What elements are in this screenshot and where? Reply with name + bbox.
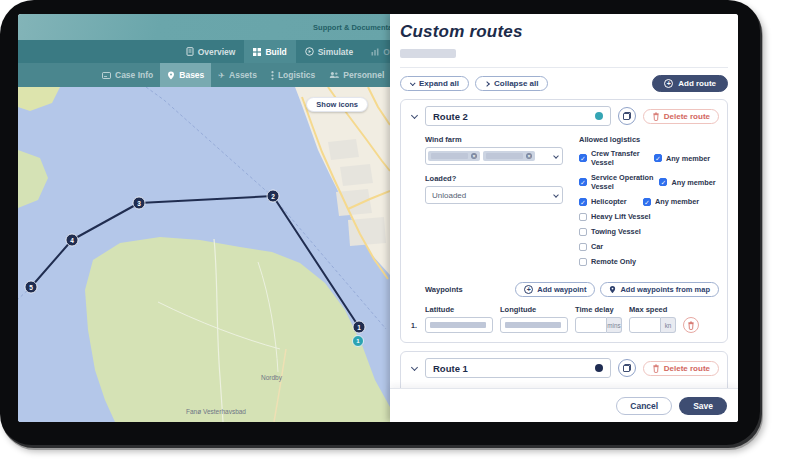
loaded-select[interactable]: Unloaded xyxy=(425,186,563,204)
latitude-input[interactable] xyxy=(425,317,493,333)
map-waypoint-4[interactable]: 4 xyxy=(66,234,78,246)
tab-simulate[interactable]: Simulate xyxy=(296,40,362,63)
time-delay-input[interactable] xyxy=(575,317,607,333)
duplicate-route-button[interactable] xyxy=(618,359,636,377)
remove-chip-icon[interactable] xyxy=(526,153,532,159)
subtab-label: Assets xyxy=(229,70,257,80)
tab-label: Build xyxy=(265,47,286,57)
svg-text:1: 1 xyxy=(357,324,361,331)
delete-route-button[interactable]: Delete route xyxy=(643,109,719,124)
support-link[interactable]: Support & Documentation xyxy=(313,23,390,32)
plane-icon: ✈ xyxy=(218,71,225,80)
logistics-row: Helicopter Any member xyxy=(579,197,719,206)
loaded-label: Loaded? xyxy=(425,174,563,183)
subtab-assets[interactable]: ✈ Assets xyxy=(211,63,264,87)
latitude-header: Latitude xyxy=(425,305,500,314)
plus-circle-icon xyxy=(664,79,673,88)
cancel-button[interactable]: Cancel xyxy=(616,397,672,415)
logistics-row: Towing Vessel xyxy=(579,227,719,236)
wind-farm-select[interactable] xyxy=(425,147,563,165)
waypoints-header: Waypoints Add waypoint Add waypoints fro… xyxy=(409,282,719,297)
plus-circle-icon xyxy=(524,285,533,294)
delete-waypoint-button[interactable] xyxy=(683,317,699,333)
chevron-down-icon xyxy=(553,192,559,198)
any-member-label: Any member xyxy=(666,154,710,163)
trash-icon xyxy=(652,364,660,373)
logistics-row: Heavy Lift Vessel xyxy=(579,212,719,221)
people-icon xyxy=(329,71,339,79)
redacted-chip-value xyxy=(486,153,523,159)
add-waypoints-from-map-button[interactable]: Add waypoints from map xyxy=(600,282,719,297)
redacted-chip-value xyxy=(431,153,468,159)
save-button[interactable]: Save xyxy=(679,397,727,415)
delete-route-button[interactable]: Delete route xyxy=(643,361,719,376)
add-route-button[interactable]: Add route xyxy=(652,75,728,92)
checkbox-crew-transfer-vessel[interactable] xyxy=(579,154,587,162)
subtab-personnel[interactable]: Personnel xyxy=(322,63,390,87)
map[interactable]: 1 1 2 3 xyxy=(18,87,390,422)
tab-build[interactable]: Build xyxy=(244,40,295,63)
chevron-down-icon xyxy=(410,80,416,86)
collapse-route-icon[interactable] xyxy=(411,111,418,118)
route-name-input[interactable]: Route 1 xyxy=(425,358,611,378)
checkbox-car[interactable] xyxy=(579,243,587,251)
checkbox-helicopter[interactable] xyxy=(579,198,587,206)
any-member-label: Any member xyxy=(671,178,715,187)
app-screen: Support & Documentation Overview Build xyxy=(18,14,738,422)
svg-text:4: 4 xyxy=(70,237,74,244)
trash-icon xyxy=(652,112,660,121)
waypoint-row: 1. mins kn xyxy=(409,317,719,333)
page: Support & Documentation Overview Build xyxy=(0,0,790,462)
remove-chip-icon[interactable] xyxy=(471,153,477,159)
show-icons-button[interactable]: Show icons xyxy=(306,97,368,112)
checkbox-any-member[interactable] xyxy=(654,154,662,162)
duplicate-route-button[interactable] xyxy=(618,107,636,125)
document-icon xyxy=(186,47,194,56)
map-waypoint-3[interactable]: 3 xyxy=(133,197,145,209)
loaded-value: Unloaded xyxy=(428,191,466,200)
tab-label: Output xyxy=(383,47,390,57)
tablet-bezel: Support & Documentation Overview Build xyxy=(0,0,762,448)
subtab-logistics[interactable]: Logistics xyxy=(264,63,322,87)
subtab-bases[interactable]: Bases xyxy=(160,63,211,87)
collapse-route-icon[interactable] xyxy=(411,363,418,370)
any-member-group: Any member xyxy=(654,154,719,163)
top-utility-bar: Support & Documentation xyxy=(18,14,390,40)
time-delay-header: Time delay xyxy=(575,305,629,314)
panel-footer: Cancel Save xyxy=(390,388,738,422)
max-speed-input[interactable] xyxy=(629,317,661,333)
card-icon xyxy=(102,72,111,79)
map-waypoint-5[interactable]: 5 xyxy=(25,281,37,293)
checkbox-remote-only[interactable] xyxy=(579,258,587,266)
map-base-marker[interactable]: 1 xyxy=(353,336,364,347)
checkbox-towing-vessel[interactable] xyxy=(579,228,587,236)
checkbox-label: Car xyxy=(591,242,603,251)
subtab-label: Logistics xyxy=(278,70,315,80)
tab-label: Simulate xyxy=(318,47,353,57)
checkbox-service-operation-vessel[interactable] xyxy=(579,178,587,186)
map-waypoint-2[interactable]: 2 xyxy=(267,190,279,202)
longitude-input[interactable] xyxy=(500,317,568,333)
subtab-case-info[interactable]: Case Info xyxy=(95,63,160,87)
map-waypoint-1[interactable]: 1 xyxy=(353,321,365,333)
tab-overview[interactable]: Overview xyxy=(177,40,245,63)
route-color-dot[interactable] xyxy=(595,112,603,120)
checkbox-heavy-lift-vessel[interactable] xyxy=(579,213,587,221)
collapse-all-button[interactable]: Collapse all xyxy=(475,76,548,91)
checkbox-any-member[interactable] xyxy=(659,178,667,186)
route-color-dot[interactable] xyxy=(595,364,603,372)
checkbox-any-member[interactable] xyxy=(643,198,651,206)
redacted-value xyxy=(505,322,561,328)
sub-nav: Case Info Bases ✈ Assets xyxy=(18,63,390,87)
route-name-value: Route 1 xyxy=(433,363,468,374)
expand-all-button[interactable]: Expand all xyxy=(400,76,469,91)
any-member-group: Any member xyxy=(643,197,719,206)
route-name-value: Route 2 xyxy=(433,111,468,122)
add-waypoint-button[interactable]: Add waypoint xyxy=(515,282,595,297)
checkbox-label: Crew Transfer Vessel xyxy=(591,149,654,167)
tab-output[interactable]: Output xyxy=(362,40,390,63)
waypoint-index: 1. xyxy=(411,322,425,329)
logistics-row: Service Operation Vessel Any member xyxy=(579,173,719,191)
chevron-down-icon xyxy=(553,153,559,159)
route-name-input[interactable]: Route 2 xyxy=(425,106,611,126)
